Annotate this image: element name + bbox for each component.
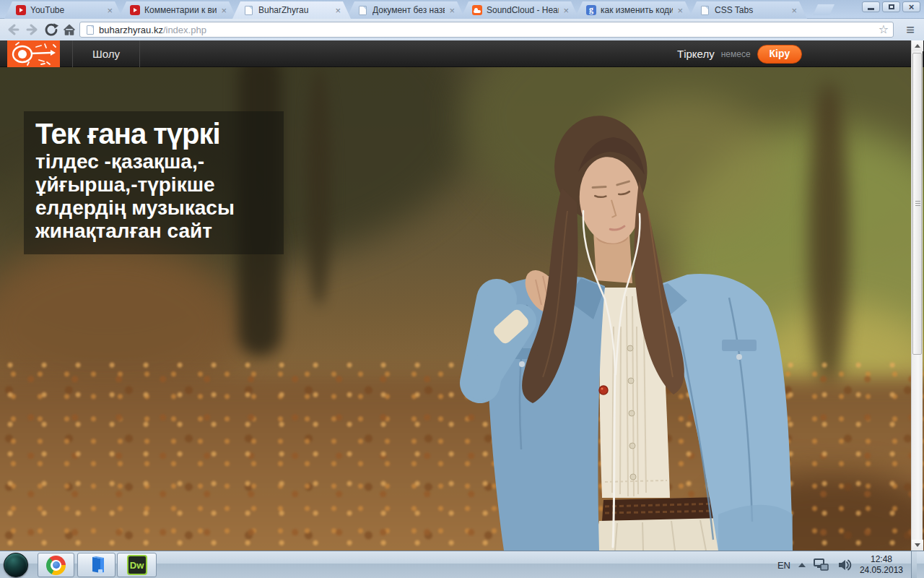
youtube-icon [130,5,140,15]
taskbar-explorer-button[interactable] [77,553,116,577]
home-icon [62,22,77,37]
hero-photo: Тек ғана түркі тілдес -қазақша,- ұйғырша… [0,67,924,551]
site-header: Шолу Тіркелу немесе Кіру [0,40,911,67]
close-icon: × [909,2,915,12]
site-logo[interactable] [7,40,60,67]
taskbar: Dw EN 12:48 24.05.2013 [0,551,924,578]
tab-video-comments[interactable]: Комментарии к видео × [118,1,237,19]
start-button[interactable] [4,553,28,577]
reload-button[interactable] [43,22,60,38]
forward-arrow-icon [25,22,40,37]
dombra-icon [7,40,60,67]
tab-close-icon[interactable]: × [791,6,797,15]
tab-close-icon[interactable]: × [107,6,113,15]
reload-icon [44,22,58,37]
nav-item-browse[interactable]: Шолу [72,40,140,67]
tab-close-icon[interactable]: × [221,6,227,15]
browser-tabstrip: YouTube × Комментарии к видео × BuharZhy… [0,0,924,19]
soundcloud-icon [472,5,482,15]
explorer-folder-icon [87,555,107,575]
scrollbar-thumb[interactable] [912,53,922,355]
hero-subtitle-line: жинақталған сайт [35,220,272,243]
arrow-up-icon [915,44,920,48]
chrome-menu-button[interactable]: ≡ [901,21,920,38]
tree-trunk [307,67,331,306]
new-tab-button[interactable] [813,4,834,15]
tab-youtube[interactable]: YouTube × [4,1,123,19]
language-indicator[interactable]: EN [777,560,790,571]
window-restore-button[interactable] [882,1,900,12]
tab-title: Комментарии к видео [144,5,217,15]
tab-buharzhyrau-active[interactable]: BuharZhyrau × [232,1,351,19]
tab-title: YouTube [30,5,103,15]
chrome-icon [46,556,66,575]
tab-untitled-document[interactable]: Документ без названия × [346,1,465,19]
window-close-button[interactable]: × [902,1,920,12]
home-button[interactable] [61,22,78,38]
register-link[interactable]: Тіркелу [677,48,715,60]
url-path: /index.php [163,25,206,35]
woman-listening-music [419,110,866,551]
url-text: buharzhyrau.kz/index.php [99,25,206,35]
forward-button[interactable] [24,22,41,38]
page-icon [245,6,253,15]
hero-subtitle-line: ұйғырша,-түрікше [35,173,272,197]
taskbar-dreamweaver-button[interactable]: Dw [117,553,157,577]
or-label: немесе [721,49,751,59]
bookmark-star-icon[interactable]: ☆ [879,24,889,35]
volume-icon[interactable] [837,558,852,571]
login-button[interactable]: Кіру [757,45,803,64]
url-host: buharzhyrau.kz [99,25,163,35]
clock-time: 12:48 [860,554,903,565]
auth-area: Тіркелу немесе Кіру [677,40,802,67]
network-icon[interactable] [814,558,829,571]
page-viewport: Шолу Тіркелу немесе Кіру [0,40,924,551]
tab-close-icon[interactable]: × [677,6,683,15]
tab-soundcloud[interactable]: SoundCloud - Hear the w × [461,1,579,19]
window-controls: × [862,1,920,12]
tab-css-tabs[interactable]: CSS Tabs × [689,1,807,19]
page-icon [87,25,94,35]
system-tray: EN 12:48 24.05.2013 [777,551,917,578]
youtube-icon [16,5,26,15]
back-button[interactable] [4,22,22,38]
address-bar[interactable]: buharzhyrau.kz/index.php ☆ [79,22,894,38]
tab-google-search[interactable]: как изменить кодировк × [575,1,693,19]
show-hidden-icons-button[interactable] [798,563,806,567]
scroll-up-button[interactable] [912,40,923,51]
tab-title: CSS Tabs [715,5,787,15]
page-icon [359,6,367,15]
restore-icon [889,4,894,9]
window-minimize-button[interactable] [862,1,880,12]
clock-date: 24.05.2013 [860,565,903,576]
dreamweaver-icon: Dw [127,555,147,575]
page-scrollbar[interactable] [911,40,923,551]
tab-title: как изменить кодировк [601,5,673,15]
google-icon [586,5,596,15]
tab-close-icon[interactable]: × [563,6,569,15]
scroll-down-button[interactable] [912,540,923,551]
hero-subtitle-line: елдердің музыкасы [35,197,272,220]
arrow-down-icon [915,543,920,547]
tab-title: BuharZhyrau [258,5,331,15]
browser-toolbar: buharzhyrau.kz/index.php ☆ ≡ [0,19,924,40]
minimize-icon [868,8,874,10]
tab-close-icon[interactable]: × [449,6,455,15]
taskbar-chrome-button[interactable] [38,553,74,577]
show-desktop-button[interactable] [911,551,917,578]
tab-title: Документ без названия [372,5,445,15]
hero-subtitle-line: тілдес -қазақша,- [35,150,272,173]
hero-caption: Тек ғана түркі тілдес -қазақша,- ұйғырша… [24,111,284,254]
clock[interactable]: 12:48 24.05.2013 [860,554,903,576]
tab-close-icon[interactable]: × [335,6,341,15]
tab-title: SoundCloud - Hear the w [487,5,559,15]
scrollbar-grip-icon [915,201,920,207]
hero-title: Тек ғана түркі [35,117,272,150]
page-icon [701,6,709,15]
back-arrow-icon [6,22,20,37]
screen: YouTube × Комментарии к видео × BuharZhy… [0,0,924,578]
